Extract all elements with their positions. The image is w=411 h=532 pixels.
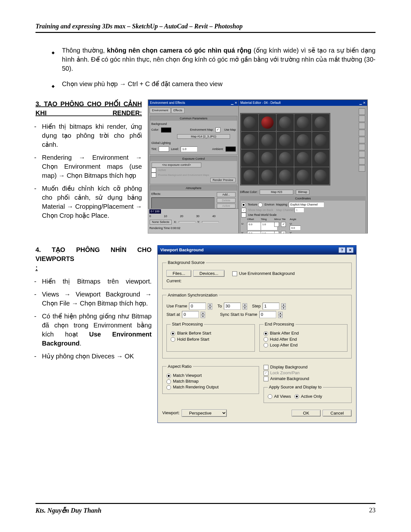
material-slot[interactable] — [277, 132, 294, 149]
close-icon[interactable]: ✕ — [346, 247, 354, 253]
material-slot[interactable] — [277, 150, 294, 166]
radio-loop-after[interactable] — [264, 343, 268, 347]
env-map-button[interactable]: Map #14 (2_3.JPG) — [177, 134, 230, 139]
step-input[interactable]: 1 — [263, 303, 279, 310]
radio-match-render[interactable] — [166, 385, 171, 390]
devices-button[interactable]: Devices... — [193, 270, 225, 277]
to-input[interactable]: 30 — [224, 303, 241, 310]
checkbox[interactable] — [151, 173, 156, 177]
material-slot[interactable] — [259, 114, 276, 131]
tool-icon[interactable] — [359, 108, 365, 115]
delete-button[interactable]: Delete — [217, 198, 236, 203]
radio-environ[interactable] — [258, 203, 263, 207]
material-slot[interactable] — [241, 167, 258, 184]
radio-match-bitmap[interactable] — [166, 379, 171, 384]
radio-hold-after[interactable] — [264, 337, 268, 342]
label: All Views — [274, 394, 291, 399]
material-slot[interactable] — [312, 167, 329, 184]
material-slot[interactable] — [295, 150, 311, 166]
spinner-icon[interactable] — [243, 303, 247, 309]
radio-active-only[interactable] — [295, 394, 299, 399]
material-slot[interactable] — [277, 167, 294, 184]
mapping-select[interactable]: Explicit Map Channel — [289, 202, 324, 207]
cancel-button[interactable]: Cancel — [323, 410, 352, 417]
checkbox[interactable] — [274, 231, 279, 234]
ambient-swatch[interactable] — [226, 146, 236, 152]
radio-hold-before[interactable] — [171, 337, 175, 342]
material-panel: Material Editor - 04 - Default▁ ✕ — [238, 100, 367, 234]
label: Use Frame — [166, 303, 187, 309]
active-button[interactable]: Active — [217, 204, 236, 208]
tool-icon[interactable] — [359, 130, 365, 136]
tool-icon[interactable] — [359, 123, 365, 129]
mapchannel-input[interactable]: 1 — [295, 207, 304, 213]
material-slot[interactable] — [295, 114, 311, 131]
color-swatch[interactable] — [161, 127, 171, 133]
spinner-icon[interactable] — [208, 303, 212, 309]
material-slot[interactable] — [241, 132, 258, 149]
checkbox-display-bg[interactable] — [264, 365, 268, 370]
tab-environment[interactable]: Environment — [150, 108, 171, 113]
radio-match-viewport[interactable] — [166, 374, 171, 378]
label: Blank After End — [270, 331, 299, 336]
checkbox[interactable] — [241, 213, 246, 217]
tint-swatch[interactable] — [159, 146, 169, 152]
material-slot[interactable] — [259, 132, 276, 149]
startat-input[interactable]: 0 — [182, 311, 199, 318]
files-button[interactable]: Files... — [166, 270, 191, 277]
material-slot[interactable] — [295, 167, 311, 184]
tool-icon[interactable] — [359, 144, 365, 150]
label: Tint: — [151, 147, 157, 151]
material-slot[interactable] — [241, 114, 258, 131]
tab-effects[interactable]: Effects — [171, 108, 185, 113]
tool-icon[interactable] — [359, 115, 365, 122]
spinner-icon[interactable] — [278, 312, 283, 317]
window-controls[interactable]: ▁ ✕ — [231, 101, 237, 105]
add-button[interactable]: Add... — [217, 192, 236, 197]
syncstart-input[interactable]: 0 — [259, 311, 276, 318]
checkbox[interactable] — [151, 168, 156, 173]
checkbox[interactable]: ✓ — [241, 208, 246, 213]
useframe-input[interactable]: 0 — [189, 303, 206, 310]
tool-icon[interactable] — [359, 137, 365, 143]
help-icon[interactable]: ? — [338, 247, 346, 253]
map-name-button[interactable]: Map #23 — [260, 190, 293, 195]
checkbox[interactable]: ✓ — [281, 222, 286, 227]
checkbox-animate-bg[interactable] — [264, 376, 268, 381]
spinner-icon[interactable] — [281, 303, 286, 309]
radio-blank-before[interactable] — [171, 331, 175, 336]
checkbox[interactable] — [274, 222, 279, 227]
label: Viewport: — [162, 410, 180, 416]
render-preview-button[interactable]: Render Preview — [210, 178, 236, 183]
x-input[interactable] — [179, 221, 195, 223]
checkbox-lock-zoom[interactable]: ✓ — [264, 371, 268, 376]
text: Muốn điều chỉnh kích cỡ phông cho phối c… — [42, 184, 142, 220]
material-slot[interactable] — [259, 150, 276, 166]
u-angle[interactable]: 0.0 — [290, 226, 301, 230]
y-input[interactable] — [202, 221, 219, 223]
level-input[interactable]: 1.0 — [181, 146, 197, 152]
material-slot[interactable] — [277, 114, 294, 131]
checkbox-use-env-bg[interactable] — [232, 271, 237, 276]
material-slots[interactable] — [240, 113, 330, 186]
checkbox[interactable]: ✓ — [281, 231, 286, 234]
window-controls[interactable]: ▁ ✕ — [359, 101, 366, 105]
exposure-select[interactable]: <no exposure control> — [152, 163, 201, 167]
spinner-icon[interactable] — [201, 312, 205, 317]
material-slot[interactable] — [259, 167, 276, 184]
material-slot[interactable] — [312, 150, 329, 166]
material-slot[interactable] — [241, 150, 258, 166]
tool-icon[interactable] — [359, 165, 365, 172]
tool-icon[interactable] — [359, 151, 365, 157]
checkbox-usemap[interactable]: ✓ — [216, 127, 220, 132]
radio-all-views[interactable] — [268, 394, 272, 399]
tool-icon[interactable] — [359, 158, 365, 165]
bitmap-button[interactable]: Bitmap — [296, 190, 309, 195]
radio-blank-after[interactable] — [264, 331, 268, 336]
material-slot[interactable] — [312, 132, 329, 149]
radio-texture[interactable] — [241, 203, 246, 207]
material-slot[interactable] — [295, 132, 311, 149]
ok-button[interactable]: OK — [292, 410, 321, 417]
viewport-select[interactable]: Perspective — [182, 409, 227, 417]
material-slot[interactable] — [312, 114, 329, 131]
